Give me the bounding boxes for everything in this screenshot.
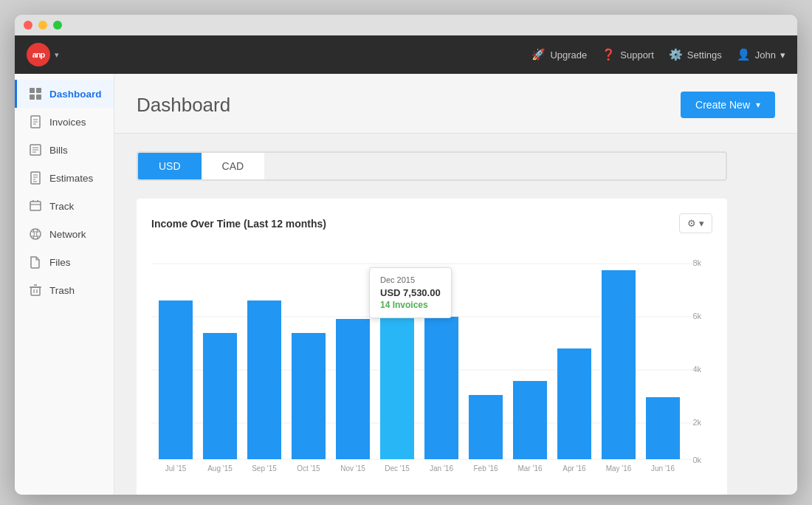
svg-rect-1 (36, 88, 41, 93)
create-new-label: Create New (695, 99, 750, 111)
main-area: Dashboard Create New ▾ USD CAD Income Ov… (114, 74, 797, 495)
maximize-dot[interactable] (53, 21, 62, 30)
estimate-icon (29, 171, 42, 185)
sidebar-item-label: Bills (49, 145, 68, 156)
svg-text:Jun '16: Jun '16 (651, 464, 675, 473)
svg-rect-2 (30, 95, 35, 100)
dashboard-icon (29, 87, 42, 100)
sidebar-item-label: Files (49, 257, 71, 268)
svg-text:Jul '15: Jul '15 (165, 464, 187, 473)
track-icon (29, 199, 42, 213)
chart-header: Income Over Time (Last 12 months) ⚙ ▾ (151, 213, 712, 233)
page-title: Dashboard (137, 94, 230, 117)
chart-section: Income Over Time (Last 12 months) ⚙ ▾ 8k… (137, 199, 727, 495)
bar-mar16 (513, 381, 547, 459)
svg-text:Apr '16: Apr '16 (562, 464, 586, 473)
titlebar (15, 15, 797, 35)
sidebar-item-label: Estimates (49, 173, 93, 184)
user-name: John (755, 49, 776, 61)
svg-rect-0 (30, 88, 35, 93)
main-header: Dashboard Create New ▾ (114, 74, 797, 134)
svg-text:May '16: May '16 (606, 464, 632, 473)
app-body: DashboardInvoicesBillsEstimatesTrackNetw… (15, 74, 797, 495)
bar-nov15 (336, 319, 370, 459)
support-label: Support (620, 49, 654, 61)
svg-rect-12 (31, 172, 40, 184)
user-menu[interactable]: 👤 John ▾ (737, 48, 785, 61)
user-dropdown-icon: ▾ (780, 49, 785, 61)
invoice-icon (29, 115, 42, 128)
svg-rect-17 (30, 202, 41, 210)
bar-may16 (602, 270, 636, 459)
svg-text:Feb '16: Feb '16 (473, 464, 498, 473)
sidebar-item-label: Track (49, 201, 74, 212)
network-icon (29, 227, 42, 241)
svg-point-21 (30, 229, 41, 239)
bar-jul15 (159, 300, 193, 459)
sidebar-item-network[interactable]: Network (15, 220, 114, 248)
bar-oct15 (292, 333, 326, 459)
svg-text:Mar '16: Mar '16 (517, 464, 542, 473)
sidebar-item-dashboard[interactable]: Dashboard (15, 80, 114, 108)
sidebar-item-trash[interactable]: Trash (15, 276, 114, 304)
svg-text:Nov '15: Nov '15 (340, 464, 365, 473)
gear-icon: ⚙️ (669, 48, 683, 61)
svg-text:Aug '15: Aug '15 (207, 464, 233, 473)
main-content: USD CAD Income Over Time (Last 12 months… (114, 134, 797, 495)
sidebar-item-label: Trash (49, 285, 75, 296)
settings-dropdown-icon: ▾ (699, 218, 704, 229)
svg-text:8k: 8k (692, 258, 701, 267)
app-window: anp ▾ 🚀 Upgrade ❓ Support ⚙️ Settings 👤 … (15, 15, 797, 495)
sidebar: DashboardInvoicesBillsEstimatesTrackNetw… (15, 74, 114, 495)
files-icon (29, 255, 42, 269)
sidebar-item-invoices[interactable]: Invoices (15, 108, 114, 136)
svg-rect-24 (31, 287, 40, 295)
sidebar-item-label: Dashboard (49, 89, 102, 100)
bar-sep15 (247, 300, 281, 459)
settings-label: Settings (687, 49, 722, 61)
minimize-dot[interactable] (38, 21, 47, 30)
chart-settings-button[interactable]: ⚙ ▾ (679, 213, 712, 233)
bar-chart: 8k 6k 4k 2k 0k (151, 245, 712, 481)
bar-jan16 (424, 317, 458, 459)
logo-dropdown-icon[interactable]: ▾ (55, 50, 59, 60)
logo[interactable]: anp (27, 43, 50, 66)
bar-apr16 (557, 348, 591, 459)
chart-container: 8k 6k 4k 2k 0k (151, 245, 712, 481)
settings-icon: ⚙ (687, 218, 696, 229)
chart-title: Income Over Time (Last 12 months) (151, 218, 326, 230)
bar-dec15 (380, 286, 414, 459)
user-icon: 👤 (737, 48, 751, 61)
svg-rect-3 (36, 95, 41, 100)
svg-text:0k: 0k (692, 456, 701, 464)
rocket-icon: 🚀 (531, 48, 546, 61)
svg-text:6k: 6k (692, 312, 701, 320)
svg-text:Jan '16: Jan '16 (430, 464, 453, 473)
svg-text:Oct '15: Oct '15 (297, 464, 320, 473)
upgrade-button[interactable]: 🚀 Upgrade (531, 48, 587, 61)
nav-actions: 🚀 Upgrade ❓ Support ⚙️ Settings 👤 John ▾ (531, 48, 785, 61)
bar-jun16 (646, 397, 680, 459)
svg-text:2k: 2k (692, 418, 701, 427)
support-button[interactable]: ❓ Support (602, 48, 654, 61)
trash-icon (29, 284, 42, 297)
sidebar-item-track[interactable]: Track (15, 192, 114, 220)
sidebar-item-files[interactable]: Files (15, 248, 114, 276)
sidebar-item-estimates[interactable]: Estimates (15, 164, 114, 192)
sidebar-item-label: Network (49, 229, 86, 240)
svg-text:Sep '15: Sep '15 (252, 464, 277, 473)
bill-icon (29, 143, 42, 157)
sidebar-item-bills[interactable]: Bills (15, 136, 114, 164)
upgrade-label: Upgrade (550, 49, 587, 61)
svg-text:Dec '15: Dec '15 (385, 464, 410, 473)
currency-tabs: USD CAD (137, 151, 727, 181)
create-new-button[interactable]: Create New ▾ (681, 92, 775, 118)
tab-usd[interactable]: USD (138, 153, 202, 179)
sidebar-item-label: Invoices (49, 117, 86, 128)
tab-cad[interactable]: CAD (202, 153, 265, 179)
settings-button[interactable]: ⚙️ Settings (669, 48, 722, 61)
close-dot[interactable] (24, 21, 32, 30)
bar-feb16 (469, 395, 503, 459)
svg-text:4k: 4k (692, 365, 701, 374)
question-icon: ❓ (602, 48, 616, 61)
